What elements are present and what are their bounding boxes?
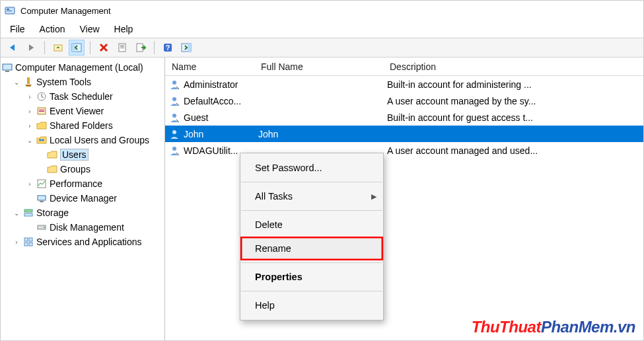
delete-button[interactable]	[96, 40, 112, 56]
menu-bar: File Action View Help	[1, 20, 643, 38]
svg-rect-2	[7, 11, 12, 11]
tree-label: Shared Folders	[50, 120, 113, 131]
svg-point-23	[42, 139, 44, 141]
svg-rect-9	[120, 48, 124, 48]
chevron-down-icon[interactable]: ⌄	[26, 136, 34, 144]
svg-point-30	[44, 227, 45, 228]
tree-label: Storage	[36, 208, 69, 218]
tree-system-tools[interactable]: ⌄ System Tools	[2, 75, 163, 89]
svg-rect-32	[29, 238, 32, 241]
chevron-right-icon: ▶	[371, 192, 376, 201]
chevron-right-icon[interactable]: ›	[13, 238, 20, 246]
ctx-rename[interactable]: Rename	[240, 237, 383, 260]
tools-icon	[23, 77, 34, 87]
app-icon	[5, 5, 15, 16]
tree-groups[interactable]: Groups	[2, 162, 163, 176]
svg-rect-17	[27, 77, 30, 84]
tree-label: Services and Applications	[36, 237, 142, 247]
tree-services-apps[interactable]: ›Services and Applications	[2, 235, 163, 249]
svg-rect-14	[188, 44, 191, 52]
menu-help[interactable]: Help	[109, 22, 141, 36]
context-separator	[241, 291, 382, 291]
cell-description: A user account managed by the sy...	[387, 96, 536, 106]
cell-name: WDAGUtilit...	[184, 145, 238, 156]
cell-name: DefaultAcco...	[184, 96, 241, 106]
device-icon	[36, 193, 47, 204]
svg-point-39	[172, 147, 176, 151]
cell-fullname: John	[258, 129, 278, 139]
tree-pane: Computer Management (Local) ⌄ System Too…	[1, 57, 165, 340]
ctx-set-password[interactable]: Set Password...	[240, 156, 383, 180]
forward-button[interactable]	[23, 40, 39, 56]
svg-rect-15	[3, 64, 12, 70]
svg-rect-33	[24, 243, 28, 246]
tree-local-users-groups[interactable]: ⌄Local Users and Groups	[2, 133, 163, 147]
list-row[interactable]: WDAGUtilit... A user account managed and…	[165, 142, 643, 159]
folder-icon	[47, 149, 57, 160]
chevron-right-icon[interactable]: ›	[26, 180, 34, 188]
svg-rect-21	[39, 111, 44, 112]
list-row[interactable]: DefaultAcco... A user account managed by…	[165, 93, 643, 109]
svg-rect-7	[120, 45, 124, 46]
chevron-down-icon[interactable]: ⌄	[13, 78, 20, 86]
export-button[interactable]	[133, 40, 149, 56]
tree-event-viewer[interactable]: ›Event Viewer	[2, 104, 163, 118]
tree-users[interactable]: Users	[2, 147, 163, 162]
context-menu: Set Password... All Tasks▶ Delete Rename…	[240, 153, 384, 321]
list-row[interactable]: Guest Built-in account for guest access …	[165, 109, 643, 126]
list-row[interactable]: Administrator Built-in account for admin…	[165, 76, 643, 93]
user-icon	[169, 145, 180, 156]
chevron-right-icon[interactable]: ›	[26, 93, 34, 100]
menu-action[interactable]: Action	[34, 22, 73, 36]
column-name[interactable]: Name	[165, 57, 254, 75]
folder-icon	[47, 164, 57, 174]
ctx-help[interactable]: Help	[240, 293, 383, 317]
toolbar-separator	[154, 41, 155, 54]
cell-description: A user account managed and used...	[387, 145, 538, 156]
tree-performance[interactable]: ›Performance	[2, 176, 163, 191]
tree-storage[interactable]: ⌄Storage	[2, 206, 163, 220]
tree-label: Device Manager	[50, 193, 117, 204]
tree-device-manager[interactable]: Device Manager	[2, 191, 163, 206]
tree-disk-management[interactable]: Disk Management	[2, 220, 163, 235]
computer-icon	[2, 62, 13, 73]
user-icon	[169, 112, 180, 123]
chevron-down-icon[interactable]: ⌄	[13, 209, 20, 217]
ctx-properties[interactable]: Properties	[240, 265, 383, 289]
back-button[interactable]	[5, 40, 20, 56]
svg-rect-31	[24, 238, 28, 241]
context-separator	[241, 210, 382, 211]
svg-point-35	[172, 81, 176, 85]
watermark-part3: .vn	[614, 318, 635, 336]
help-button[interactable]: ?	[160, 40, 176, 56]
watermark: ThuThuatPhanMem.vn	[472, 318, 635, 336]
column-fullname[interactable]: Full Name	[254, 57, 383, 75]
list-row[interactable]: John John	[165, 126, 643, 142]
show-hide-tree-button[interactable]	[69, 40, 85, 56]
tree-root[interactable]: Computer Management (Local)	[2, 60, 163, 75]
cell-description: Built-in account for administering ...	[387, 79, 532, 90]
properties-button[interactable]	[114, 40, 130, 56]
menu-file[interactable]: File	[5, 22, 33, 36]
cell-name: John	[184, 129, 203, 139]
tree-label: Local Users and Groups	[50, 135, 149, 145]
ctx-all-tasks[interactable]: All Tasks▶	[240, 184, 383, 208]
storage-icon	[23, 208, 34, 218]
svg-rect-25	[38, 196, 46, 200]
disk-icon	[36, 222, 47, 233]
up-button[interactable]	[50, 40, 66, 56]
column-description[interactable]: Description	[383, 57, 643, 75]
tree-label: System Tools	[36, 77, 91, 87]
tree-shared-folders[interactable]: ›Shared Folders	[2, 118, 163, 133]
chevron-right-icon[interactable]: ›	[26, 107, 34, 115]
event-icon	[36, 106, 47, 116]
tree-task-scheduler[interactable]: ›Task Scheduler	[2, 89, 163, 104]
context-separator	[241, 182, 382, 182]
menu-view[interactable]: View	[74, 22, 107, 36]
svg-rect-27	[24, 209, 32, 212]
chevron-right-icon[interactable]: ›	[26, 122, 34, 130]
svg-rect-16	[5, 71, 9, 72]
tree-label: Groups	[60, 164, 90, 174]
show-action-pane-button[interactable]	[178, 40, 194, 56]
ctx-delete[interactable]: Delete	[240, 213, 383, 237]
